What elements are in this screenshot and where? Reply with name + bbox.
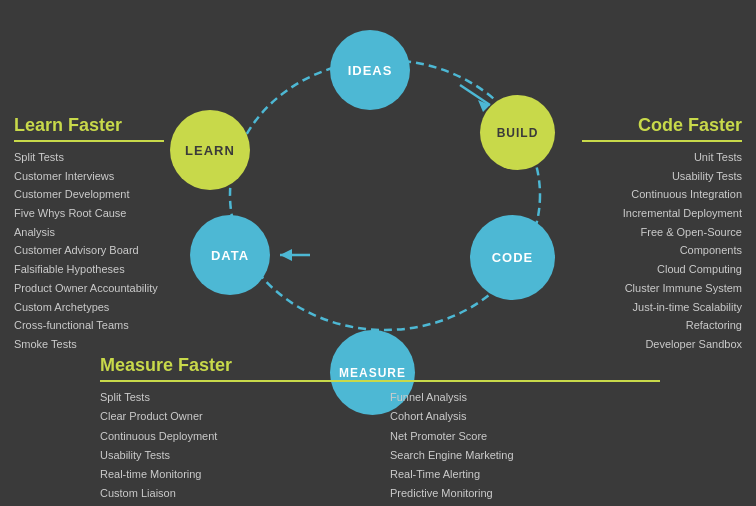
code-item: Incremental Deployment (582, 204, 742, 223)
code-item: Refactoring (582, 316, 742, 335)
learn-item: Customer Interviews (14, 167, 164, 186)
learn-item: Cross-functional Teams (14, 316, 164, 335)
measure-left-item: Custom Liaison (100, 484, 370, 503)
code-item: Developer Sandbox (582, 335, 742, 354)
learn-items: Split TestsCustomer InterviewsCustomer D… (14, 148, 164, 354)
learn-item: Falsifiable Hypotheses (14, 260, 164, 279)
measure-right-col: Funnel AnalysisCohort AnalysisNet Promot… (390, 388, 660, 504)
measure-left-col: Split TestsClear Product OwnerContinuous… (100, 388, 370, 504)
learn-panel: Learn Faster Split TestsCustomer Intervi… (14, 115, 164, 354)
code-heading: Code Faster (582, 115, 742, 136)
learn-item: Custom Archetypes (14, 298, 164, 317)
measure-left-item: Continuous Deployment (100, 427, 370, 446)
measure-right-item: Predictive Monitoring (390, 484, 660, 503)
code-items: Unit TestsUsability TestsContinuous Inte… (582, 148, 742, 354)
learn-item: Split Tests (14, 148, 164, 167)
measure-left-item: Real-time Monitoring (100, 465, 370, 484)
node-build: BUILD (480, 95, 555, 170)
node-ideas: IDEAS (330, 30, 410, 110)
node-data: DATA (190, 215, 270, 295)
measure-right-item: Net Promoter Score (390, 427, 660, 446)
measure-heading-line (100, 380, 660, 382)
measure-left-item: Usability Tests (100, 446, 370, 465)
learn-item: Product Owner Accountability (14, 279, 164, 298)
main-container: IDEAS BUILD CODE MEASURE DATA LEARN Lear… (0, 0, 756, 506)
code-item: Cloud Computing (582, 260, 742, 279)
measure-left-item: Split Tests (100, 388, 370, 407)
code-item: Cluster Immune System (582, 279, 742, 298)
learn-item: Five Whys Root Cause Analysis (14, 204, 164, 241)
code-item: Continuous Integration (582, 185, 742, 204)
measure-right-item: Funnel Analysis (390, 388, 660, 407)
measure-right-item: Real-Time Alerting (390, 465, 660, 484)
code-item: Usability Tests (582, 167, 742, 186)
code-item: Just-in-time Scalability (582, 298, 742, 317)
code-heading-line (582, 140, 742, 142)
code-item: Unit Tests (582, 148, 742, 167)
code-item: Free & Open-Source Components (582, 223, 742, 260)
learn-heading: Learn Faster (14, 115, 164, 136)
learn-item: Customer Advisory Board (14, 241, 164, 260)
measure-left-item: Clear Product Owner (100, 407, 370, 426)
diagram-area: IDEAS BUILD CODE MEASURE DATA LEARN (160, 20, 580, 340)
node-learn: LEARN (170, 110, 250, 190)
measure-right-item: Search Engine Marketing (390, 446, 660, 465)
measure-panel: Measure Faster Split TestsClear Product … (100, 355, 660, 504)
learn-heading-line (14, 140, 164, 142)
learn-item: Customer Development (14, 185, 164, 204)
node-code: CODE (470, 215, 555, 300)
measure-columns: Split TestsClear Product OwnerContinuous… (100, 388, 660, 504)
measure-heading: Measure Faster (100, 355, 660, 376)
code-panel: Code Faster Unit TestsUsability TestsCon… (582, 115, 742, 354)
learn-item: Smoke Tests (14, 335, 164, 354)
measure-right-item: Cohort Analysis (390, 407, 660, 426)
